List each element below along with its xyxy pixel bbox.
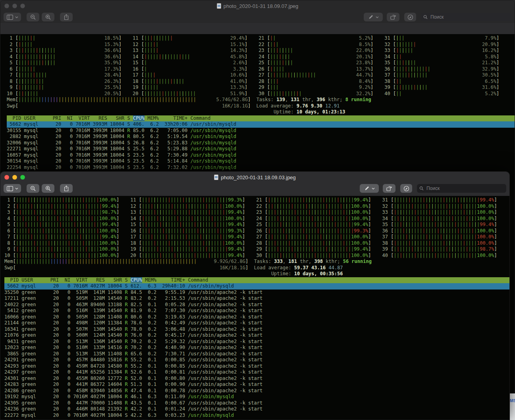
sidebar-view-button[interactable] <box>4 13 21 21</box>
cpu-meter: 34 [|| 5.8%] <box>384 54 499 59</box>
cpu-meter: 35 [||||||||||||||||||||||||||||||99.4%] <box>382 222 497 227</box>
process-row: 35250 green 20 0 519M 141M 11408 R 84.5 … <box>4 290 509 296</box>
rotate-button[interactable] <box>383 184 395 193</box>
share-icon <box>64 185 69 192</box>
cpu-meter: 18 [|||||||||||||| 41.0%] <box>133 79 247 84</box>
cpu-meter-row: 7 [|||||||||| 28.4%]17 [|||| 10.6%]27 [|… <box>7 72 515 79</box>
cpu-meter-row: 10 [|||||||||||||||||||||||||||||100.0%]… <box>4 253 509 259</box>
load-average: Load average: 9.76 9.30 12.91 <box>257 103 340 109</box>
titlebar[interactable]: photo_2020-01-31 18.09.07.jpeg <box>0 0 515 12</box>
cpu-meter: 37 [||||||||||| 30.5%] <box>384 72 499 78</box>
window-chrome: photo_2020-01-31 18.09.07.jpeg <box>0 0 515 23</box>
cpu-meter-row: 9 [|||||||||||||||||||||||||||||100.0%]1… <box>4 246 509 253</box>
swap-meter-row: Swp[ 16K/18.1G] Load average: 9.76 9.30 … <box>7 103 515 109</box>
chevron-down-icon <box>372 188 375 190</box>
rotate-button[interactable] <box>387 13 399 21</box>
markup-toolbar-button[interactable] <box>400 184 412 193</box>
cpu-meter: 1 [|||||| 18.5%] <box>7 35 122 41</box>
cpu-meter: 21 [|| 5.2%] <box>258 35 373 41</box>
share-button[interactable] <box>60 184 73 193</box>
cpu-meter: 14 [|||||||||||||||||||||||||||||100.0%] <box>130 216 245 221</box>
cpu-meter-row: 4 [||||||||||||| 36.6%]14 [|||||||||||||… <box>7 54 515 60</box>
markup-toolbar-icon <box>407 14 413 20</box>
markup-pencil-button[interactable] <box>360 184 379 193</box>
markup-toolbar-icon <box>403 186 409 192</box>
process-row: 24022 green 20 0 463M 89400 13188 R 82.5… <box>4 302 509 308</box>
zoom-out-icon <box>30 186 36 192</box>
share-button[interactable] <box>60 13 73 21</box>
cpu-meter: 29 [||||||||||||||||||||||||||||||99.4%] <box>256 246 371 252</box>
cpu-meter: 21 [||||||||||||||||||||||||||||||99.4%] <box>256 197 371 203</box>
search-icon <box>423 15 428 19</box>
swap-meter-row: Swp[ 16K/18.1G] Load average: 59.37 43.1… <box>4 265 509 271</box>
cpu-meter: 7 [|||||||||| 28.4%] <box>7 72 122 78</box>
cpu-meter: 33 [|||||| 16.2%] <box>384 48 499 53</box>
process-row: 9431 green 20 0 513M 136M 14540 R 70.2 0… <box>4 339 509 345</box>
cpu-meter: 16 [||||||||||||||||||||||||||||||99.3%] <box>130 228 245 234</box>
uptime: Uptime: 10 days, 00:35:56 <box>271 271 343 276</box>
minimize-icon[interactable] <box>12 4 17 8</box>
cpu-meter: 11 [||||||||||||||||||||||||||||||99.3%] <box>130 197 245 203</box>
cpu-meter-row: 8 [|||||||||||||||||||||||||||||100.0%]1… <box>4 240 509 247</box>
cpu-meter: 40 [|||||||||||||||||||||||||||||100.0%] <box>382 253 497 258</box>
zoom-icon[interactable] <box>20 175 25 180</box>
process-row: 2882 mysql 20 0 7016M 3993M 18004 R 80.5… <box>7 134 515 140</box>
zoom-out-button[interactable] <box>27 13 39 21</box>
cpu-meter: 6 [|||||| 17.3%] <box>7 66 122 72</box>
cpu-meter: 19 [||||||||||||||||||||||||||||||99.4%] <box>130 246 245 252</box>
cpu-meter: 20 [|||||||||||||||||| 51.9%] <box>133 91 247 96</box>
search-field[interactable] <box>421 13 511 21</box>
cpu-meter-row: 8 [||||||||| 26.3%]18 [|||||||||||||| 41… <box>7 79 515 85</box>
cpu-meter: 30 [|||||||||||||||||||||||||||||100.0%] <box>256 253 371 258</box>
cpu-meter: 35 [||||||| 21.2%] <box>384 60 499 65</box>
sidebar-view-button[interactable] <box>4 184 21 193</box>
titlebar[interactable]: photo_2020-01-31 18.09.03.jpeg <box>0 172 509 183</box>
cpu-meter: 40 [|| 5.2%] <box>384 91 499 96</box>
markup-toolbar-button[interactable] <box>404 13 416 21</box>
zoom-in-button[interactable] <box>42 184 54 193</box>
close-icon[interactable] <box>4 175 9 180</box>
process-row: 24305 green 20 0 447M 70000 11408 R 43.5… <box>4 400 509 407</box>
process-row: 12023 green 20 0 510M 133M 14516 R 70.2 … <box>4 345 509 351</box>
tasks-summary: Tasks: 333, 181 thr, 398 kthr; 56 runnin… <box>254 259 372 264</box>
cpu-meter: 24 [||||||| 20.1%] <box>258 54 373 59</box>
close-icon[interactable] <box>4 4 9 8</box>
markup-pencil-button[interactable] <box>364 13 383 21</box>
cpu-meter: 28 [||| 8.4%] <box>258 79 373 84</box>
zoom-in-button[interactable] <box>42 13 54 21</box>
cpu-meter: 9 [||||||||| 25.5%] <box>7 84 122 90</box>
search-field[interactable] <box>417 184 506 193</box>
background-window-text: MS <box>510 398 515 403</box>
zoom-icon[interactable] <box>20 4 25 8</box>
process-table-header: PID USER PRI NI VIRT RES SHR S CPU% MEM%… <box>4 277 509 284</box>
cpu-meter: 8 [||||||||| 26.3%] <box>7 79 122 84</box>
cpu-meter: 13 [||||| 14.3%] <box>133 48 247 53</box>
cpu-meter: 12 [||||| 15.1%] <box>133 42 247 47</box>
cpu-meter: 5 [||||||||||||||||||||||||||||||99.4%] <box>4 222 119 227</box>
cpu-meter-row: 6 [|||||| 17.3%]16 [| 3.3%]26 [||||| 13.… <box>7 66 515 73</box>
cpu-meter: 10 [|||||||||||||||||||||||||||||100.0%] <box>4 253 119 258</box>
search-input[interactable] <box>430 14 509 20</box>
htop-screenshot-image: 1 [|||||||||||||||||||||||||||||100.0%]1… <box>0 196 509 420</box>
process-row: 5662 mysql 20 0 7016M 3993M 18004 S 406.… <box>7 121 515 128</box>
cpu-meter: 19 [||||| 13.3%] <box>133 84 247 90</box>
sidebar-panel-icon <box>7 15 13 20</box>
cpu-meter: 2 [||||| 15.3%] <box>7 42 122 47</box>
cpu-meter: 15 [||||||||||||||||||||||||||||||99.4%] <box>130 222 245 227</box>
htop-terminal: 1 [|||||||||||||||||||||||||||||100.0%]1… <box>0 196 509 418</box>
cpu-meter: 7 [||||||||||||||||||||||||||||||99.4%] <box>4 234 119 240</box>
search-input[interactable] <box>426 185 504 192</box>
uptime: Uptime: 10 days, 01:23:13 <box>274 109 345 115</box>
share-icon <box>64 14 69 20</box>
cpu-meter-row: 1 [|||||| 18.5%]11 [|||||||||| 29.4%]21 … <box>7 35 515 42</box>
htop-terminal: 1 [|||||| 18.5%]11 [|||||||||| 29.4%]21 … <box>0 34 515 171</box>
jpeg-document-icon <box>217 3 221 9</box>
process-table-header: PID USER PRI NI VIRT RES SHR S CPU% MEM%… <box>7 115 515 122</box>
toolbar <box>0 183 509 194</box>
chevron-down-icon <box>15 16 18 18</box>
cpu-meter: 16 [| 3.3%] <box>133 66 247 72</box>
minimize-icon[interactable] <box>12 175 17 180</box>
zoom-out-button[interactable] <box>27 184 39 193</box>
cpu-meter: 11 [|||||||||| 29.4%] <box>133 35 247 41</box>
window-title: photo_2020-01-31 18.09.03.jpeg <box>214 175 296 180</box>
